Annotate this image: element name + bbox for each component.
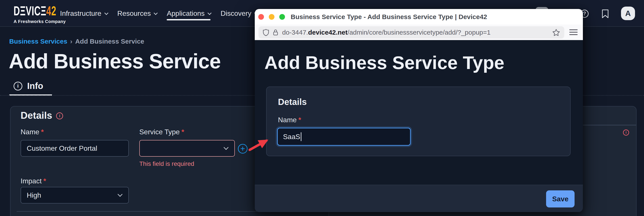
tab-info[interactable]: i Info [14, 81, 43, 91]
breadcrumb-separator: › [70, 38, 72, 45]
popup-details-card: Details Name* SaaS [266, 86, 570, 156]
name-input-value: Customer Order Portal [27, 144, 97, 152]
avatar[interactable]: A [621, 6, 635, 20]
popup-footer: Save [255, 185, 583, 212]
device42-logo-text: DΞVICΞ42 [14, 4, 56, 18]
popup-content: Add Business Service Type Details Name* … [255, 40, 583, 185]
popup-window-title: Business Service Type - Add Business Ser… [291, 9, 487, 24]
save-button[interactable]: Save [546, 190, 574, 208]
name-field-label: Name* [20, 128, 44, 136]
chevron-down-icon [208, 11, 212, 15]
breadcrumb: Business Services › Add Business Service [9, 38, 144, 45]
nav-item-discovery[interactable]: Discovery [220, 0, 257, 27]
required-asterisk: * [41, 128, 44, 136]
popup-card-heading: Details [278, 97, 307, 107]
popup-name-label: Name* [278, 116, 301, 124]
breadcrumb-link[interactable]: Business Services [9, 38, 67, 45]
close-icon[interactable] [258, 14, 264, 20]
text-cursor [301, 132, 302, 141]
impact-select[interactable]: High [20, 187, 129, 204]
required-asterisk: * [181, 128, 184, 136]
details-heading: Details i [20, 110, 63, 121]
page-title: Add Business Service [9, 50, 220, 73]
nav-item-resources[interactable]: Resources [118, 0, 157, 27]
popup-heading: Add Business Service Type [264, 52, 504, 74]
name-input[interactable]: Customer Order Portal [20, 140, 129, 157]
chevron-down-icon [154, 11, 158, 15]
chevron-down-icon [118, 192, 123, 197]
info-icon: i [14, 82, 22, 90]
error-info-icon[interactable]: i [623, 130, 629, 136]
details-info-icon[interactable]: i [56, 112, 63, 120]
popup-name-input[interactable]: SaaS [277, 128, 411, 146]
tab-info-label: Info [27, 81, 43, 91]
service-type-select[interactable] [139, 140, 235, 157]
shield-icon [263, 29, 269, 36]
bookmark-icon[interactable] [602, 9, 609, 19]
minimize-icon[interactable] [269, 14, 274, 20]
service-type-field-label: Service Type* [139, 128, 184, 136]
impact-value: High [27, 191, 41, 199]
main-menu: Infrastructure Resources Applications Di… [60, 0, 257, 27]
add-service-type-button[interactable]: + [238, 144, 248, 154]
chevron-down-icon [104, 11, 108, 15]
nav-item-applications[interactable]: Applications [167, 0, 210, 27]
popup-name-value: SaaS [283, 133, 300, 141]
maximize-icon[interactable] [279, 14, 285, 20]
popup-titlebar: Business Service Type - Add Business Ser… [255, 9, 583, 24]
popup-toolbar: do-3447.device42.net/admin/core/business… [255, 24, 583, 40]
required-asterisk: * [298, 116, 301, 124]
url-bar[interactable]: do-3447.device42.net/admin/core/business… [258, 26, 564, 38]
chevron-down-icon [224, 145, 229, 150]
star-icon[interactable] [552, 29, 560, 36]
required-asterisk: * [43, 177, 46, 185]
url-text: do-3447.device42.net/admin/core/business… [282, 29, 490, 36]
service-type-error: This field is required [139, 160, 194, 167]
impact-field-label: Impact* [20, 177, 46, 185]
breadcrumb-current: Add Business Service [75, 38, 144, 45]
nav-item-infrastructure[interactable]: Infrastructure [60, 0, 107, 27]
plus-icon: + [240, 144, 245, 153]
menu-icon[interactable] [569, 29, 578, 36]
lock-icon [273, 29, 278, 36]
popup-browser-window: Business Service Type - Add Business Ser… [255, 9, 583, 212]
